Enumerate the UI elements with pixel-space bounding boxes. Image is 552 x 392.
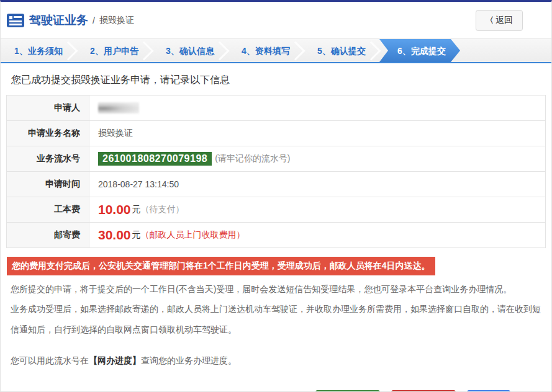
fee-amount: 30.00	[98, 228, 131, 243]
application-info-table: 申请人 申请业务名称 损毁换证 业务流水号 261001808270079198…	[6, 95, 546, 248]
page-title: 驾驶证业务	[29, 12, 88, 29]
row-label: 申请人	[7, 96, 89, 120]
paragraph: 您所提交的申请，将于提交后的一个工作日(不含当天)受理，届时会发送短信告知受理结…	[11, 279, 546, 300]
step-2-user-declaration[interactable]: 2、用户申告	[76, 39, 152, 62]
step-1-business-notice[interactable]: 1、业务须知	[1, 39, 76, 62]
service-panel: 驾驶证业务 / 损毁换证 〈返回 1、业务须知 2、用户申告 3、确认信息 4、…	[0, 0, 552, 392]
breadcrumb-separator: /	[93, 16, 95, 25]
note-suffix: 查询您的业务办理进度。	[141, 355, 237, 365]
step-5-confirm-submit[interactable]: 5、确认提交	[304, 39, 379, 62]
applicant-name-redacted	[98, 102, 139, 114]
row-value: 2018-08-27 13:14:50	[89, 172, 545, 197]
step-4-fill-data[interactable]: 4、资料填写	[228, 39, 304, 62]
main-content: 您已成功提交损毁换证业务申请，请记录以下信息 申请人 申请业务名称 损毁换证 业…	[1, 74, 551, 392]
step-label: 3、确认信息	[166, 46, 214, 56]
row-value: 261001808270079198 (请牢记你的流水号)	[89, 146, 545, 171]
step-label: 2、用户申告	[90, 46, 138, 56]
row-label: 邮寄费	[7, 223, 89, 247]
row-value: 10.00 元 （待支付）	[89, 197, 545, 222]
row-value: 30.00 元 （邮政人员上门收取费用）	[89, 223, 545, 247]
note-prefix: 您可以用此流水号在	[11, 355, 89, 365]
row-label: 申请业务名称	[7, 121, 89, 146]
fee-collection-note: （邮政人员上门收取费用）	[141, 229, 245, 241]
serial-number-note: (请牢记你的流水号)	[215, 153, 290, 164]
chevron-left-icon: 〈	[486, 16, 494, 25]
row-label: 工本费	[7, 197, 89, 222]
table-row-production-fee: 工本费 10.00 元 （待支付）	[7, 197, 545, 222]
fee-unit: 元	[132, 229, 141, 241]
page-header: 驾驶证业务 / 损毁换证 〈返回	[1, 2, 551, 38]
breadcrumb-current: 损毁换证	[99, 15, 134, 26]
warning-banner-wrap: 您的费用支付完成后，公安机关交通管理部门将在1个工作日内受理，受理成功后，邮政人…	[7, 257, 546, 275]
fee-amount: 10.00	[98, 202, 131, 217]
back-button-label: 返回	[495, 15, 513, 25]
serial-number-badge: 261001808270079198	[98, 152, 212, 166]
step-6-complete-submit[interactable]: 6、完成提交	[379, 39, 460, 62]
step-progress-bar: 1、业务须知 2、用户申告 3、确认信息 4、资料填写 5、确认提交 6、完成提…	[1, 38, 551, 63]
row-label: 业务流水号	[7, 146, 89, 171]
payment-warning-banner: 您的费用支付完成后，公安机关交通管理部门将在1个工作日内受理，受理成功后，邮政人…	[7, 257, 435, 275]
row-value: 损毁换证	[89, 121, 545, 146]
table-row-business-name: 申请业务名称 损毁换证	[7, 120, 545, 146]
step-label: 6、完成提交	[397, 46, 446, 56]
step-label: 1、业务须知	[14, 46, 63, 56]
back-button[interactable]: 〈返回	[476, 10, 523, 31]
success-message: 您已成功提交损毁换证业务申请，请记录以下信息	[11, 74, 546, 87]
table-row-apply-time: 申请时间 2018-08-27 13:14:50	[7, 171, 545, 197]
paragraph: 业务成功受理后，如果选择邮政寄递的，邮政人员将上门送达机动车驾驶证，并收取办理业…	[11, 299, 546, 340]
progress-query-note: 您可以用此流水号在【网办进度】查询您的业务办理进度。	[11, 355, 546, 367]
row-value	[89, 96, 545, 120]
fee-status-note: （待支付）	[141, 204, 184, 215]
fee-unit: 元	[132, 204, 141, 215]
table-row-postage-fee: 邮寄费 30.00 元 （邮政人员上门收取费用）	[7, 222, 545, 247]
progress-link-text: 【网办进度】	[89, 355, 141, 365]
step-label: 4、资料填写	[242, 46, 290, 56]
license-card-icon	[7, 14, 24, 27]
row-label: 申请时间	[7, 172, 89, 197]
step-3-confirm-info[interactable]: 3、确认信息	[152, 39, 228, 62]
table-row-applicant: 申请人	[7, 96, 545, 120]
table-row-serial-number: 业务流水号 261001808270079198 (请牢记你的流水号)	[7, 146, 545, 171]
explanation-paragraphs: 您所提交的申请，将于提交后的一个工作日(不含当天)受理，届时会发送短信告知受理结…	[11, 279, 546, 341]
step-label: 5、确认提交	[317, 46, 366, 56]
